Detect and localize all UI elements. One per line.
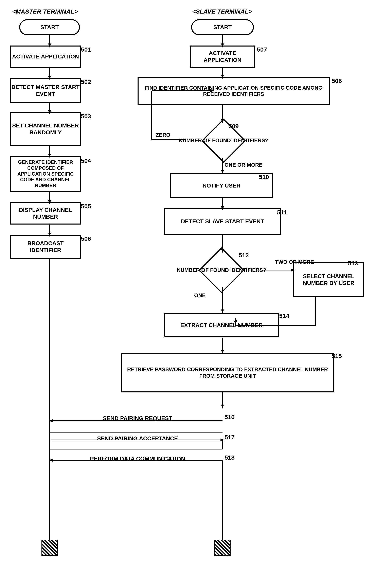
step-516: 516 bbox=[224, 414, 235, 421]
node-514: EXTRACT CHANNEL NUMBER bbox=[164, 313, 279, 337]
node-508: FIND IDENTIFIER CONTAINING APPLICATION S… bbox=[138, 77, 330, 105]
terminate-master bbox=[42, 540, 58, 556]
start-slave-node: START bbox=[191, 19, 254, 35]
node-501: ACTIVATE APPLICATION bbox=[10, 45, 81, 68]
step-504: 504 bbox=[81, 157, 91, 164]
node-516: SEND PAIRING REQUEST bbox=[61, 414, 214, 422]
node-506: BROADCAST IDENTIFIER bbox=[10, 235, 81, 259]
node-511: DETECT SLAVE START EVENT bbox=[164, 208, 281, 235]
step-502: 502 bbox=[81, 79, 91, 85]
step-501: 501 bbox=[81, 46, 91, 53]
step-503: 503 bbox=[81, 113, 91, 120]
svg-marker-34 bbox=[221, 439, 224, 441]
svg-marker-26 bbox=[221, 309, 224, 314]
svg-marker-30 bbox=[221, 405, 224, 409]
master-title: <MASTER TERMINAL> bbox=[12, 8, 78, 15]
node-518: PERFORM DATA COMMUNICATION bbox=[61, 455, 214, 463]
node-513: SELECT CHANNEL NUMBER BY USER bbox=[293, 262, 364, 297]
svg-marker-36 bbox=[49, 459, 53, 462]
node-512-diamond: NUMBER OF FOUND IDENTIFIERS? bbox=[170, 252, 273, 288]
node-503: SET CHANNEL NUMBER RANDOMLY bbox=[10, 112, 81, 146]
zero-label: ZERO bbox=[156, 132, 170, 138]
step-517: 517 bbox=[224, 434, 235, 441]
step-518: 518 bbox=[224, 454, 235, 461]
svg-marker-32 bbox=[49, 419, 53, 422]
node-517: SEND PAIRING ACCEPTANCE bbox=[61, 434, 214, 443]
step-506: 506 bbox=[81, 235, 91, 242]
one-label: ONE bbox=[194, 292, 206, 299]
node-504: GENERATE IDENTIFIER COMPOSED OF APPLICAT… bbox=[10, 156, 81, 192]
node-515: RETRIEVE PASSWORD CORRESPONDING TO EXTRA… bbox=[121, 353, 334, 392]
node-510: NOTIFY USER bbox=[170, 173, 273, 198]
slave-title: <SLAVE TERMINAL> bbox=[192, 8, 252, 15]
node-507: ACTIVATE APPLICATION bbox=[190, 45, 255, 68]
node-509-diamond: NUMBER OF FOUND IDENTIFIERS? bbox=[172, 123, 275, 158]
flowchart-container: <MASTER TERMINAL> <SLAVE TERMINAL> START… bbox=[0, 0, 392, 567]
start-master-node: START bbox=[19, 19, 80, 35]
step-508: 508 bbox=[332, 78, 342, 84]
step-507: 507 bbox=[257, 46, 267, 53]
step-505: 505 bbox=[81, 203, 91, 210]
terminate-slave bbox=[214, 540, 231, 556]
step-514: 514 bbox=[279, 313, 289, 319]
node-502: DETECT MASTER START EVENT bbox=[10, 78, 81, 103]
node-505: DISPLAY CHANNEL NUMBER bbox=[10, 202, 81, 224]
one-or-more-label: ONE OR MORE bbox=[224, 162, 263, 168]
